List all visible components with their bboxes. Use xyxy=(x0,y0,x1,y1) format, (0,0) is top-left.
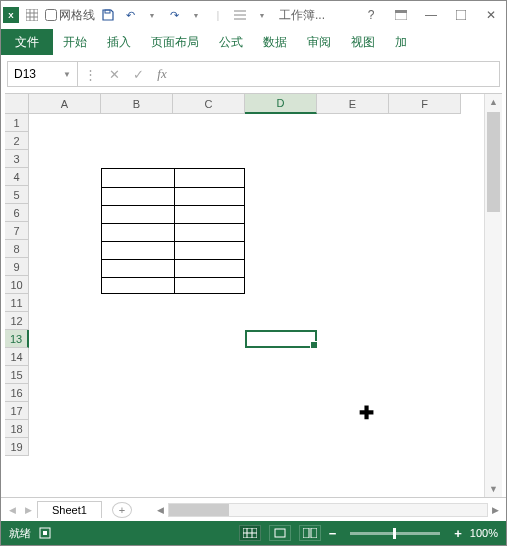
gridlines-checkbox[interactable]: 网格线 xyxy=(45,7,95,24)
row-header-16[interactable]: 16 xyxy=(5,384,29,402)
row-header-12[interactable]: 12 xyxy=(5,312,29,330)
sheet-nav-prev-icon[interactable]: ◀ xyxy=(5,505,19,515)
minimize-button[interactable]: — xyxy=(418,5,444,25)
excel-app-icon: X xyxy=(3,7,19,23)
view-page-break-icon[interactable] xyxy=(299,525,321,541)
tab-addins[interactable]: 加 xyxy=(385,29,417,55)
title-bar: X 网格线 ↶ ▼ ↷ ▼ | ▼ 工作簿... ? — ✕ xyxy=(1,1,506,29)
col-header-c[interactable]: C xyxy=(173,94,245,114)
col-header-e[interactable]: E xyxy=(317,94,389,114)
gridlines-checkbox-input[interactable] xyxy=(45,9,57,21)
sheet-tab-sheet1[interactable]: Sheet1 xyxy=(37,501,102,518)
row-header-9[interactable]: 9 xyxy=(5,258,29,276)
col-header-d[interactable]: D xyxy=(245,94,317,114)
formula-enter-icon[interactable]: ✓ xyxy=(126,62,150,86)
qa-customize-dropdown-icon[interactable]: ▼ xyxy=(253,6,271,24)
tab-formulas[interactable]: 公式 xyxy=(209,29,253,55)
row-header-14[interactable]: 14 xyxy=(5,348,29,366)
maximize-button[interactable] xyxy=(448,5,474,25)
row-header-18[interactable]: 18 xyxy=(5,420,29,438)
cells-area[interactable]: ✚ xyxy=(29,114,484,497)
tab-insert[interactable]: 插入 xyxy=(97,29,141,55)
zoom-out-button[interactable]: − xyxy=(329,526,337,541)
undo-icon[interactable]: ↶ xyxy=(121,6,139,24)
row-header-7[interactable]: 7 xyxy=(5,222,29,240)
tab-file[interactable]: 文件 xyxy=(1,29,53,55)
view-normal-icon[interactable] xyxy=(239,525,261,541)
col-header-a[interactable]: A xyxy=(29,94,101,114)
status-ready: 就绪 xyxy=(9,526,31,541)
help-button[interactable]: ? xyxy=(358,5,384,25)
row-header-4[interactable]: 4 xyxy=(5,168,29,186)
ribbon-display-options-icon[interactable] xyxy=(388,5,414,25)
svg-rect-11 xyxy=(456,10,466,20)
sheet-nav-next-icon[interactable]: ▶ xyxy=(21,505,35,515)
scroll-up-icon[interactable]: ▲ xyxy=(485,94,502,110)
add-sheet-button[interactable]: + xyxy=(112,502,132,518)
row-header-19[interactable]: 19 xyxy=(5,438,29,456)
zoom-level[interactable]: 100% xyxy=(470,527,498,539)
macro-record-icon[interactable] xyxy=(39,527,51,539)
name-box-dropdown-icon[interactable]: ▼ xyxy=(63,70,71,79)
col-header-f[interactable]: F xyxy=(389,94,461,114)
view-page-layout-icon[interactable] xyxy=(269,525,291,541)
status-bar: 就绪 − + 100% xyxy=(1,521,506,545)
tab-view[interactable]: 视图 xyxy=(341,29,385,55)
tab-page-layout[interactable]: 页面布局 xyxy=(141,29,209,55)
redo-dropdown-icon[interactable]: ▼ xyxy=(187,6,205,24)
hscroll-right-icon[interactable]: ▶ xyxy=(488,505,502,515)
bordered-table[interactable] xyxy=(101,168,245,294)
save-icon[interactable] xyxy=(99,6,117,24)
redo-icon[interactable]: ↷ xyxy=(165,6,183,24)
undo-dropdown-icon[interactable]: ▼ xyxy=(143,6,161,24)
svg-rect-0 xyxy=(26,9,38,21)
cell-selection[interactable] xyxy=(245,330,317,348)
formula-more-icon[interactable]: ⋮ xyxy=(78,62,102,86)
tab-home[interactable]: 开始 xyxy=(53,29,97,55)
row-header-8[interactable]: 8 xyxy=(5,240,29,258)
close-button[interactable]: ✕ xyxy=(478,5,504,25)
row-header-2[interactable]: 2 xyxy=(5,132,29,150)
qa-divider: | xyxy=(209,6,227,24)
svg-rect-19 xyxy=(303,528,309,538)
window-title: 工作簿... xyxy=(279,7,325,24)
row-header-3[interactable]: 3 xyxy=(5,150,29,168)
vertical-scrollbar[interactable]: ▲ ▼ xyxy=(484,94,502,497)
hscroll-track[interactable] xyxy=(168,503,488,517)
cursor-cross-icon: ✚ xyxy=(359,402,374,424)
row-header-17[interactable]: 17 xyxy=(5,402,29,420)
tab-data[interactable]: 数据 xyxy=(253,29,297,55)
vscroll-thumb[interactable] xyxy=(487,112,500,212)
name-box[interactable]: D13 ▼ xyxy=(8,62,78,86)
ribbon-tabs: 文件 开始 插入 页面布局 公式 数据 审阅 视图 加 xyxy=(1,29,506,55)
hscroll-thumb[interactable] xyxy=(169,504,229,516)
sheet-tab-bar: ◀ ▶ Sheet1 + ◀ ▶ xyxy=(1,497,506,521)
svg-rect-18 xyxy=(275,529,285,537)
spreadsheet-grid[interactable]: A B C D E F 1234567891011121314151617181… xyxy=(5,93,502,497)
row-header-11[interactable]: 11 xyxy=(5,294,29,312)
row-header-6[interactable]: 6 xyxy=(5,204,29,222)
zoom-slider[interactable] xyxy=(350,532,440,535)
col-header-b[interactable]: B xyxy=(101,94,173,114)
svg-rect-20 xyxy=(311,528,317,538)
tab-review[interactable]: 审阅 xyxy=(297,29,341,55)
row-header-1[interactable]: 1 xyxy=(5,114,29,132)
zoom-in-button[interactable]: + xyxy=(454,526,462,541)
horizontal-scrollbar[interactable]: ◀ ▶ xyxy=(154,502,502,518)
hscroll-left-icon[interactable]: ◀ xyxy=(154,505,168,515)
row-header-15[interactable]: 15 xyxy=(5,366,29,384)
svg-rect-13 xyxy=(43,531,47,535)
formula-bar: D13 ▼ ⋮ ✕ ✓ fx xyxy=(7,61,500,87)
name-box-value: D13 xyxy=(14,67,36,81)
list-icon[interactable] xyxy=(231,6,249,24)
scroll-down-icon[interactable]: ▼ xyxy=(485,481,502,497)
row-header-13[interactable]: 13 xyxy=(5,330,29,348)
select-all-corner[interactable] xyxy=(5,94,29,114)
formula-cancel-icon[interactable]: ✕ xyxy=(102,62,126,86)
row-header-10[interactable]: 10 xyxy=(5,276,29,294)
insert-function-icon[interactable]: fx xyxy=(150,62,174,86)
svg-rect-5 xyxy=(105,10,110,13)
row-header-5[interactable]: 5 xyxy=(5,186,29,204)
svg-rect-10 xyxy=(395,10,407,13)
qa-grid-icon[interactable] xyxy=(23,6,41,24)
